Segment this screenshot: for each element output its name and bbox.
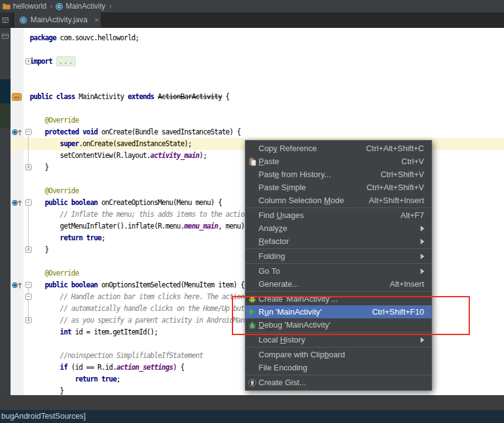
code-line[interactable]: import ... <box>30 56 76 68</box>
fold-plus-icon[interactable]: + <box>25 58 32 64</box>
code-line[interactable]: public class MainActivity extends Action… <box>30 91 229 103</box>
override-icon[interactable] <box>12 128 22 136</box>
menu-item-label: Generate... <box>259 279 381 289</box>
menu-item-label: File Encoding <box>259 363 431 372</box>
menu-separator <box>245 248 431 249</box>
menu-item-label: Paste from History... <box>259 170 372 179</box>
submenu-arrow-icon <box>420 225 429 232</box>
android-icon <box>245 295 259 303</box>
menu-item-label: Go To <box>259 266 420 276</box>
menu-item-shortcut: Alt+F7 <box>400 211 431 220</box>
menu-item-label: Paste Simple <box>259 183 358 192</box>
menu-item-shortcut: Ctrl+Alt+Shift+C <box>366 144 431 153</box>
menu-item-paste-simple[interactable]: Paste SimpleCtrl+Alt+Shift+V <box>245 181 431 194</box>
chevron-right-icon: › <box>50 2 53 11</box>
menu-item-compare-with-clipboard[interactable]: Compare with Clipboard <box>245 348 431 361</box>
menu-item-debug-mainactivity[interactable]: Debug 'MainActivity' <box>245 318 431 331</box>
menu-item-label: Paste <box>259 157 393 166</box>
menu-item-shortcut: Ctrl+V <box>402 157 431 166</box>
fold-guide-line <box>28 300 29 317</box>
menu-item-label: Refactor <box>259 237 420 246</box>
menu-item-label: Analyze <box>259 224 420 233</box>
stripe-button-green[interactable] <box>0 103 11 128</box>
menu-item-copy-reference[interactable]: Copy ReferenceCtrl+Alt+Shift+C <box>245 142 431 155</box>
code-line[interactable]: //noinspection SimplifiableIfStatement <box>30 350 203 362</box>
menu-separator <box>245 332 431 333</box>
code-line[interactable]: public boolean onOptionsItemSelected(Men… <box>30 279 244 291</box>
class-gutter-icon[interactable]: <> <box>12 93 22 101</box>
code-line[interactable]: getMenuInflater().inflate(R.menu.menu_ma… <box>30 220 248 232</box>
folder-icon <box>2 3 11 10</box>
menu-item-label: Column Selection Mode <box>259 196 360 205</box>
menu-item-label: Copy Reference <box>259 144 357 153</box>
code-line[interactable]: int id = item.getItemId(); <box>30 326 158 338</box>
code-line[interactable]: if (id == R.id.action_settings) { <box>30 362 184 373</box>
menu-item-file-encoding[interactable]: File Encoding <box>245 361 431 374</box>
code-line[interactable]: @Override <box>30 115 79 126</box>
submenu-arrow-icon <box>420 268 429 274</box>
close-icon[interactable]: × <box>94 15 99 25</box>
code-line[interactable]: // as you specify a parent activity in A… <box>30 315 282 326</box>
menu-item-folding[interactable]: Folding <box>245 250 431 263</box>
menu-item-paste[interactable]: PasteCtrl+V <box>245 155 431 168</box>
menu-item-local-history[interactable]: Local History <box>245 333 431 346</box>
code-line[interactable]: setContentView(R.layout.activity_main); <box>30 150 206 162</box>
override-icon[interactable] <box>12 199 22 207</box>
menu-item-label: Create 'MainActivity'... <box>259 294 431 303</box>
breadcrumb-item-helloworld[interactable]: helloworld <box>2 2 46 11</box>
menu-separator <box>245 291 431 292</box>
menu-item-paste-from-history[interactable]: Paste from History...Ctrl+Shift+V <box>245 168 431 181</box>
fold-minus-icon[interactable]: − <box>25 294 32 300</box>
breadcrumb-label: MainActivity <box>66 2 105 11</box>
fold-minus-icon[interactable]: − <box>25 129 32 135</box>
stripe-button-blue[interactable] <box>0 79 11 103</box>
fold-minus-icon[interactable]: − <box>25 282 32 288</box>
menu-item-find-usages[interactable]: Find UsagesAlt+F7 <box>245 209 431 222</box>
code-line[interactable]: protected void onCreate(Bundle savedInst… <box>30 126 241 138</box>
menu-item-run-mainactivity[interactable]: Run 'MainActivity'Ctrl+Shift+F10 <box>245 305 431 318</box>
menu-item-label: Local History <box>259 335 420 344</box>
code-line[interactable]: return true; <box>30 373 120 385</box>
menu-item-generate[interactable]: Generate...Alt+Insert <box>245 277 431 290</box>
code-line[interactable]: package com.souvc.helloworld; <box>30 32 139 44</box>
code-line[interactable]: return true; <box>30 232 105 244</box>
code-line[interactable]: } <box>30 244 48 256</box>
menu-item-refactor[interactable]: Refactor <box>245 235 431 248</box>
fold-guide-line <box>28 136 29 164</box>
code-line[interactable]: public boolean onCreateOptionsMenu(Menu … <box>30 197 222 209</box>
menu-item-create-gist[interactable]: Create Gist... <box>245 376 431 389</box>
context-menu: Copy ReferenceCtrl+Alt+Shift+CPasteCtrl+… <box>245 140 432 391</box>
menu-item-label: Debug 'MainActivity' <box>259 320 431 329</box>
class-icon: C <box>55 2 63 11</box>
fold-minus-icon[interactable]: − <box>25 199 32 206</box>
code-line[interactable]: @Override <box>30 268 79 279</box>
debug-icon <box>245 321 259 329</box>
code-line[interactable]: super.onCreate(savedInstanceState); <box>30 138 192 150</box>
editor-gutter <box>11 28 24 395</box>
bottom-panel <box>0 395 504 410</box>
override-icon[interactable] <box>12 281 22 289</box>
fold-end-icon[interactable]: ∧ <box>25 164 32 170</box>
menu-item-label: Create Gist... <box>259 378 431 387</box>
github-icon <box>245 378 259 387</box>
code-line[interactable]: } <box>30 162 48 173</box>
menu-item-go-to[interactable]: Go To <box>245 264 431 277</box>
class-icon: C <box>19 16 27 24</box>
menu-item-create-mainactivity[interactable]: Create 'MainActivity'... <box>245 292 431 305</box>
submenu-arrow-icon <box>420 238 429 245</box>
run-icon <box>245 308 259 316</box>
tab-mainactivity-java[interactable]: C MainActivity.java × <box>14 12 102 27</box>
dock-pin-icon[interactable] <box>1 32 9 40</box>
breadcrumb-item-mainactivity[interactable]: CMainActivity <box>55 2 105 11</box>
code-line[interactable]: // Handle action bar item clicks here. T… <box>30 291 278 303</box>
dock-corner-icon[interactable] <box>0 12 11 27</box>
menu-item-label: Run 'MainActivity' <box>259 307 363 316</box>
menu-separator <box>245 207 431 208</box>
menu-item-column-selection-mode[interactable]: Column Selection ModeAlt+Shift+Insert <box>245 194 431 207</box>
code-line[interactable]: @Override <box>30 185 79 197</box>
fold-end-icon[interactable]: ∧ <box>25 246 32 253</box>
fold-end-icon[interactable]: ∧ <box>25 317 32 323</box>
breadcrumb: helloworld›CMainActivity› <box>0 0 504 12</box>
menu-item-analyze[interactable]: Analyze <box>245 222 431 235</box>
menu-item-shortcut: Ctrl+Alt+Shift+V <box>366 183 431 192</box>
